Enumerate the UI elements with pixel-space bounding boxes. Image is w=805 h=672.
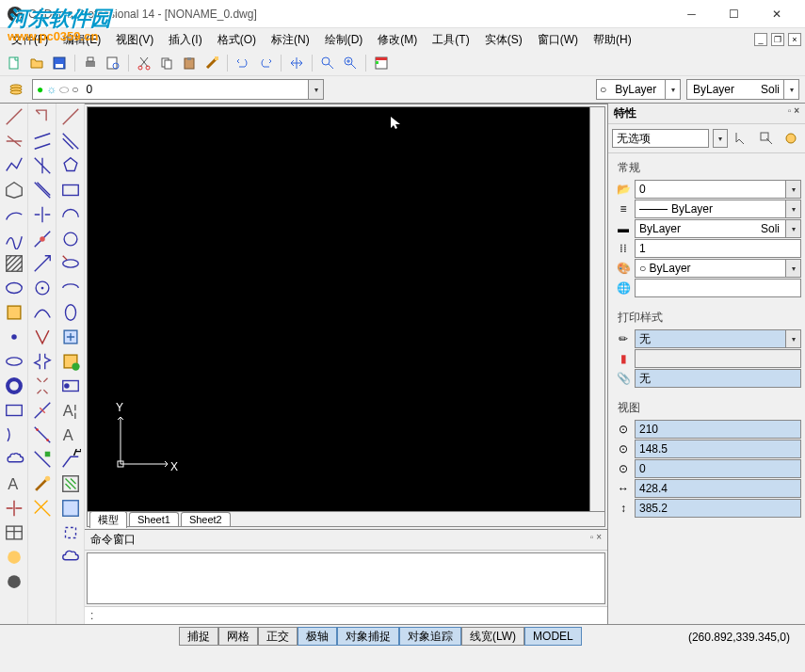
status-btn-对象捕捉[interactable]: 对象捕捉	[337, 627, 399, 646]
open-button[interactable]	[26, 53, 47, 73]
boundary-tool[interactable]	[59, 497, 82, 520]
hatch2-tool[interactable]	[59, 472, 82, 495]
prop-hyperlink[interactable]	[635, 279, 801, 297]
print-preview-button[interactable]	[103, 53, 123, 73]
menu-window[interactable]: 窗口(W)	[530, 29, 586, 51]
mtext-tool[interactable]: A	[59, 424, 82, 446]
quick-select-button[interactable]	[732, 128, 752, 149]
menu-draw[interactable]: 绘制(D)	[317, 29, 371, 51]
select-objects-button[interactable]	[756, 128, 777, 149]
hatch-tool[interactable]	[3, 252, 25, 275]
arc2-tool[interactable]	[59, 203, 82, 226]
print-button[interactable]	[80, 53, 101, 73]
canvas-scrollbar-vertical[interactable]	[589, 107, 604, 511]
menu-help[interactable]: 帮助(H)	[586, 29, 639, 51]
polyline-tool[interactable]	[3, 154, 25, 177]
rotate-tool[interactable]	[31, 228, 54, 250]
menu-insert[interactable]: 插入(I)	[161, 29, 209, 51]
region2-tool[interactable]	[59, 521, 82, 544]
menu-view[interactable]: 视图(V)	[108, 29, 161, 51]
cloud-tool[interactable]	[59, 546, 82, 568]
undo-button[interactable]	[233, 53, 253, 73]
status-btn-线宽(LW)[interactable]: 线宽(LW)	[461, 627, 524, 646]
arc3p-tool[interactable]	[3, 424, 25, 446]
menu-file[interactable]: 文件(F)	[4, 29, 56, 51]
zoom-window-button[interactable]	[317, 53, 338, 73]
status-btn-对象追踪[interactable]: 对象追踪	[399, 627, 461, 646]
chamfer-tool[interactable]	[31, 375, 54, 397]
layer-combo[interactable]: ● ☼ ⬭ ○ 0	[32, 79, 324, 100]
lengthen-tool[interactable]	[31, 497, 54, 520]
menu-tools[interactable]: 工具(T)	[425, 29, 476, 51]
prop-view-cx[interactable]: 428.4	[635, 479, 801, 498]
status-btn-网格[interactable]: 网格	[218, 627, 258, 646]
cut-button[interactable]	[134, 53, 154, 73]
wipeout-tool[interactable]	[59, 375, 82, 397]
redo-button[interactable]	[255, 53, 276, 73]
status-btn-捕捉[interactable]: 捕捉	[179, 627, 218, 646]
ellipse-tool[interactable]	[3, 350, 25, 373]
trim2-tool[interactable]	[31, 301, 54, 324]
menu-solids[interactable]: 实体(S)	[477, 29, 530, 51]
make-block-tool[interactable]	[59, 350, 82, 373]
spline2-tool[interactable]	[59, 301, 82, 324]
gradient-tool[interactable]	[3, 546, 25, 568]
mline-tool[interactable]	[59, 130, 82, 152]
circle2-tool[interactable]	[59, 228, 82, 250]
selection-dropdown[interactable]	[713, 129, 728, 148]
status-btn-正交[interactable]: 正交	[258, 627, 298, 646]
prop-view-height[interactable]: 148.5	[635, 440, 801, 458]
erase-tool[interactable]	[31, 448, 54, 471]
layer-dropdown[interactable]	[308, 80, 323, 99]
leader-tool[interactable]: A	[59, 448, 82, 471]
tab-model[interactable]: 模型	[89, 511, 127, 528]
prop-view-cy[interactable]: 385.2	[635, 499, 801, 518]
arc-tool[interactable]	[3, 203, 25, 226]
tab-sheet1[interactable]: Sheet1	[129, 512, 179, 526]
prop-view-z[interactable]: 0	[635, 459, 801, 478]
menu-edit[interactable]: 编辑(E)	[56, 29, 108, 51]
join-tool[interactable]	[31, 472, 54, 495]
xline-tool[interactable]	[3, 130, 25, 152]
match-properties-button[interactable]	[201, 53, 222, 73]
prop-plottable[interactable]	[635, 349, 801, 368]
rectangle-tool[interactable]	[3, 399, 25, 422]
ray-tool[interactable]	[59, 105, 82, 128]
copy-button[interactable]	[156, 53, 177, 73]
color-combo[interactable]: ○ ByLayer	[596, 79, 681, 100]
line-tool[interactable]	[3, 105, 25, 128]
layer-manager-button[interactable]	[6, 79, 26, 100]
revision-cloud-tool[interactable]	[3, 448, 25, 471]
command-input[interactable]: :	[85, 606, 607, 624]
properties-dock-controls[interactable]: ▫ ×	[788, 105, 799, 121]
toggle-pickadd-button[interactable]	[781, 128, 801, 149]
copy-tool[interactable]	[31, 130, 54, 152]
stretch-tool[interactable]	[31, 277, 54, 299]
spline-tool[interactable]	[3, 228, 25, 250]
mirror-tool[interactable]	[31, 154, 54, 177]
rect2-tool[interactable]	[59, 179, 82, 201]
paste-button[interactable]	[179, 53, 200, 73]
prop-color[interactable]: ○ ByLayer	[635, 259, 801, 278]
prop-linetype[interactable]: ByLayer	[635, 200, 801, 218]
prop-view-width[interactable]: 210	[635, 420, 801, 439]
insert-block-tool[interactable]	[59, 326, 82, 348]
scale-tool[interactable]	[31, 252, 54, 275]
selection-combo[interactable]	[612, 129, 709, 148]
donut-tool[interactable]	[3, 375, 25, 397]
prop-layer[interactable]: 0	[635, 180, 801, 199]
prop-lineweight[interactable]: ByLayerSoli	[635, 219, 801, 238]
ellipse2-tool[interactable]	[59, 252, 82, 275]
maximize-button[interactable]: ☐	[713, 1, 755, 27]
polygon2-tool[interactable]	[59, 154, 82, 177]
save-button[interactable]	[49, 53, 70, 73]
menu-modify[interactable]: 修改(M)	[370, 29, 425, 51]
canvas-scrollbar-horizontal[interactable]: 模型 Sheet1 Sheet2	[88, 511, 604, 526]
trim-tool[interactable]	[3, 497, 25, 520]
properties-button[interactable]	[371, 53, 392, 73]
mdi-close[interactable]: ×	[788, 33, 801, 46]
dtext-tool[interactable]: A¦	[59, 399, 82, 422]
offset-tool[interactable]	[31, 179, 54, 201]
prop-plotstyle[interactable]: 无	[635, 329, 801, 348]
command-panel-dock-controls[interactable]: ▫ ×	[590, 532, 602, 548]
